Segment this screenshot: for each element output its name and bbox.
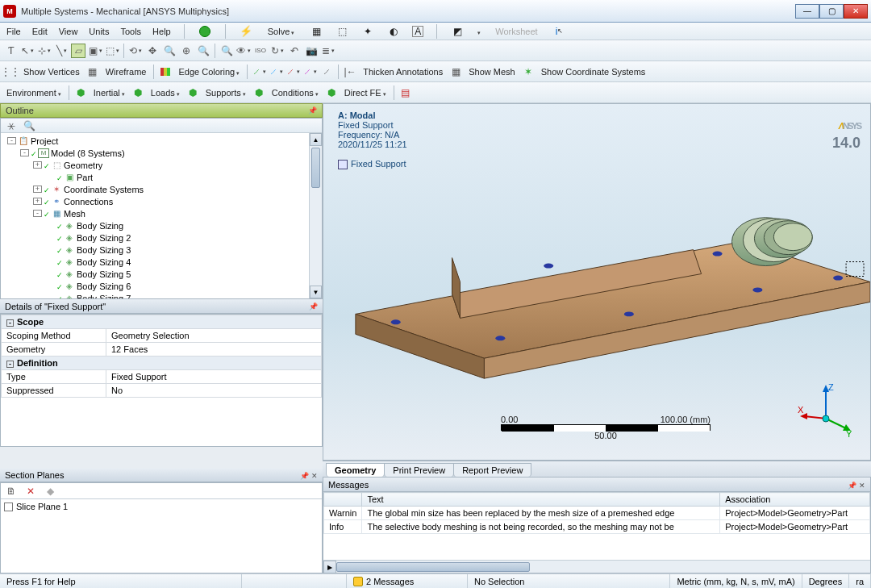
- messages-pin-icon[interactable]: 📌 ✕: [848, 482, 865, 490]
- tab-geometry[interactable]: Geometry: [326, 463, 385, 477]
- message-row[interactable]: InfoThe selective body meshing is not be…: [324, 520, 870, 534]
- wireframe-button[interactable]: Wireframe: [102, 67, 150, 77]
- loads-button[interactable]: Loads: [148, 88, 183, 98]
- e4-icon[interactable]: ⟋: [302, 65, 317, 79]
- direct-fe-button[interactable]: Direct FE: [341, 88, 390, 98]
- edge-select-icon[interactable]: ╲: [54, 44, 69, 58]
- toolbar-go-icon[interactable]: [198, 24, 212, 39]
- detail-row[interactable]: SuppressedNo: [2, 384, 322, 398]
- vertex-select-icon[interactable]: ⊹: [37, 44, 52, 58]
- camera-icon[interactable]: 📷: [304, 44, 319, 58]
- thicken-icon[interactable]: |←: [343, 65, 357, 79]
- tree-node[interactable]: +✶Coordinate Systems: [4, 183, 319, 195]
- tab-print[interactable]: Print Preview: [384, 463, 454, 477]
- menu-tools[interactable]: Tools: [120, 27, 141, 36]
- outline-pin-icon[interactable]: 📌: [308, 106, 317, 115]
- rotate-icon[interactable]: ⟲: [128, 44, 143, 58]
- tree-toggle-icon[interactable]: -: [7, 137, 16, 144]
- messages-table[interactable]: TextAssociationWarninThe global min size…: [323, 492, 870, 534]
- tree-node[interactable]: ◈Body Sizing: [4, 219, 319, 231]
- zoom-fit-icon[interactable]: 🔍: [196, 44, 210, 58]
- tree-node[interactable]: +⬚Geometry: [4, 159, 319, 171]
- tree-node[interactable]: -MModel (8 Systems): [4, 147, 319, 159]
- vertices-icon[interactable]: ⋮⋮: [3, 65, 18, 79]
- supports-button[interactable]: Supports: [202, 88, 249, 98]
- messages-h-scrollbar[interactable]: ◀ ▶: [323, 560, 870, 573]
- maximize-button[interactable]: ▢: [819, 4, 844, 19]
- worksheet-button[interactable]: Worksheet: [492, 27, 540, 36]
- menu-edit[interactable]: Edit: [32, 27, 48, 36]
- tree-toggle-icon[interactable]: +: [33, 161, 42, 169]
- wireframe-icon[interactable]: ▦: [85, 65, 100, 79]
- detail-value[interactable]: Geometry Selection: [106, 329, 322, 343]
- commands-icon[interactable]: ▤: [398, 85, 413, 100]
- section-planes-pin-icon[interactable]: 📌 ✕: [300, 472, 318, 480]
- sp-del-icon[interactable]: ✕: [23, 484, 38, 498]
- thicken-button[interactable]: Thicken Annotations: [360, 67, 446, 77]
- tb-icon-5[interactable]: ◩: [450, 24, 465, 39]
- tree-node[interactable]: ◈Body Sizing 4: [4, 256, 319, 268]
- status-messages[interactable]: 2 Messages: [347, 574, 468, 588]
- message-row[interactable]: WarninThe global min size has been repla…: [324, 507, 870, 520]
- e1-icon[interactable]: ⟋: [252, 65, 266, 79]
- detail-value[interactable]: No: [106, 384, 322, 398]
- solve-button[interactable]: Solve: [265, 27, 298, 36]
- environment-button[interactable]: Environment: [3, 88, 65, 98]
- tree-toggle-icon[interactable]: -: [33, 210, 42, 217]
- outline-search-icon[interactable]: 🔍: [22, 119, 36, 133]
- menu-help[interactable]: Help: [152, 27, 171, 36]
- menu-file[interactable]: File: [6, 27, 21, 36]
- detail-value[interactable]: Fixed Support: [106, 370, 322, 384]
- prev-view-icon[interactable]: ↶: [287, 44, 302, 58]
- status-mode[interactable]: ra: [849, 574, 871, 588]
- e2-icon[interactable]: ⟋: [269, 65, 283, 79]
- outline-tree[interactable]: -📋Project-MModel (8 Systems)+⬚Geometry▣P…: [1, 133, 322, 299]
- msg-col[interactable]: Text: [362, 493, 720, 507]
- detail-value[interactable]: 12 Faces: [106, 343, 322, 357]
- loads-icon[interactable]: ⬢: [131, 85, 145, 100]
- inertial-icon[interactable]: ⬢: [73, 85, 88, 100]
- status-angle[interactable]: Degrees: [802, 574, 850, 588]
- tb-icon-4[interactable]: ◐: [386, 24, 401, 39]
- iso-icon[interactable]: ISO: [253, 44, 268, 58]
- edge-coloring-button[interactable]: Edge Coloring: [175, 67, 243, 77]
- tb-icon-3[interactable]: ✦: [360, 24, 375, 39]
- detail-group[interactable]: -Definition: [2, 357, 322, 370]
- tree-node[interactable]: ◈Body Sizing 3: [4, 244, 319, 256]
- tb-icon-a[interactable]: A: [412, 26, 423, 37]
- show-vertices-button[interactable]: Show Vertices: [20, 67, 83, 77]
- tree-node[interactable]: +⚭Connections: [4, 195, 319, 207]
- tb-drop-5[interactable]: [476, 27, 481, 36]
- sp-dim-icon[interactable]: ◆: [43, 484, 57, 498]
- details-pin-icon[interactable]: 📌: [309, 302, 318, 311]
- details-table[interactable]: -ScopeScoping MethodGeometry SelectionGe…: [1, 315, 322, 398]
- scroll-up-button[interactable]: ▲: [310, 133, 322, 146]
- menu-view[interactable]: View: [59, 27, 78, 36]
- status-units[interactable]: Metric (mm, kg, N, s, mV, mA): [670, 574, 802, 588]
- tree-toggle-icon[interactable]: +: [33, 186, 42, 193]
- menu-units[interactable]: Units: [89, 27, 109, 36]
- tree-node[interactable]: -▦Mesh: [4, 207, 319, 219]
- scroll-right-button[interactable]: ▶: [323, 561, 336, 573]
- tree-toggle-icon[interactable]: +: [33, 198, 42, 205]
- show-cs-icon[interactable]: ✶: [521, 65, 536, 79]
- viewport[interactable]: A: Modal Fixed Support Frequency: N/A 20…: [323, 103, 871, 461]
- supports-icon[interactable]: ⬢: [185, 85, 200, 100]
- zoom-box-icon[interactable]: ⊕: [179, 44, 194, 58]
- tree-node[interactable]: ◈Body Sizing 2: [4, 231, 319, 244]
- tree-node[interactable]: ◈Body Sizing 6: [4, 280, 319, 292]
- tree-node[interactable]: -📋Project: [4, 135, 319, 147]
- inertial-button[interactable]: Inertial: [90, 88, 128, 98]
- group-toggle-icon[interactable]: -: [6, 361, 14, 368]
- e5-icon[interactable]: ⟋: [319, 65, 334, 79]
- scroll-thumb[interactable]: [336, 562, 530, 572]
- tab-report[interactable]: Report Preview: [453, 463, 531, 477]
- e3-icon[interactable]: ⟋: [285, 65, 300, 79]
- view-icon[interactable]: 👁: [236, 44, 251, 58]
- outline-filter-icon[interactable]: ⚹: [4, 119, 19, 133]
- triad-icon[interactable]: Z Y X: [798, 382, 854, 439]
- detail-row[interactable]: TypeFixed Support: [2, 370, 322, 384]
- box-select-icon[interactable]: ⬚: [105, 44, 119, 58]
- sp-add-icon[interactable]: 🗎: [4, 484, 19, 498]
- tree-node[interactable]: ◈Body Sizing 5: [4, 268, 319, 280]
